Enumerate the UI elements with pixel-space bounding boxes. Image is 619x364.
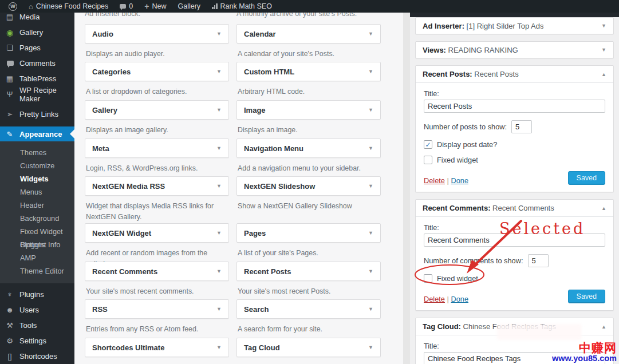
display-post-date-checkbox[interactable]: ✓ [424,140,432,149]
chevron-up-icon[interactable]: ▲ [601,72,606,77]
widget-navigation-menu[interactable]: Navigation Menu▼ [236,139,381,158]
chevron-down-icon[interactable]: ▼ [368,230,373,236]
done-link[interactable]: Done [451,176,468,185]
new-content-menu[interactable]: + New [140,0,170,13]
widget-header-recent-posts[interactable]: Recent Posts: Recent Posts ▲ [416,66,613,83]
recent-posts-title-input[interactable] [424,100,605,113]
widget-header-views[interactable]: Views: READING RANKING ▼ [416,42,613,58]
comments-count: 0 [129,2,133,10]
chevron-down-icon[interactable]: ▼ [601,47,606,53]
sidebar-widget-areas-panel: Ad Inserter: [1] Right Silder Top Ads ▼ … [410,13,619,364]
sidebar-item-settings[interactable]: ⚙ Settings [0,333,74,349]
widget-nextgen-media-rss[interactable]: NextGEN Media RSS▼ [85,176,229,196]
chevron-down-icon[interactable]: ▼ [368,31,373,37]
chevron-down-icon[interactable]: ▼ [368,69,373,74]
widget-meta[interactable]: Meta▼ [85,139,229,158]
chevron-down-icon[interactable]: ▼ [368,145,373,151]
chevron-down-icon[interactable]: ▼ [216,145,222,151]
widget-header-tag-cloud[interactable]: Tag Cloud: Chinese Food Recipes Tags ▲ [416,318,613,335]
submenu-item-customize[interactable]: Customize [0,159,74,172]
submenu-item-theme-editor[interactable]: Theme Editor [0,264,74,278]
number-of-comments-input[interactable] [528,254,549,267]
number-of-posts-input[interactable] [511,120,532,133]
widget-rss[interactable]: RSS▼ [85,299,229,319]
submenu-item-widgets[interactable]: Widgets [0,172,74,185]
chevron-down-icon[interactable]: ▼ [368,268,373,274]
delete-link[interactable]: Delete [424,176,445,185]
rank-math-label: Rank Math SEO [220,2,272,10]
submenu-item-header[interactable]: Header [0,199,74,212]
chevron-down-icon[interactable]: ▼ [216,31,222,37]
widget-pages[interactable]: Pages▼ [236,223,381,243]
chevron-down-icon[interactable]: ▼ [368,306,373,312]
sidebar-item-shortcodes[interactable]: [] Shortcodes [0,349,74,364]
chevron-up-icon[interactable]: ▲ [601,324,606,330]
chevron-down-icon[interactable]: ▼ [368,345,373,350]
gallery-menu[interactable]: Gallery [174,0,204,13]
plus-icon: + [144,2,149,11]
brackets-icon: [] [5,352,14,361]
widget-search[interactable]: Search▼ [236,299,381,319]
fixed-widget-checkbox[interactable] [424,156,432,164]
sidebar-item-media[interactable]: ▤ Media [0,13,74,25]
widget-audio[interactable]: Audio▼ [85,24,229,43]
chevron-down-icon[interactable]: ▼ [216,345,222,350]
title-label: Title: [424,224,605,232]
submenu-item-amp[interactable]: AMP [0,251,74,264]
widget-shortcodes-ultimate[interactable]: Shortcodes Ultimate▼ [85,338,229,357]
widget-nextgen-widget[interactable]: NextGEN Widget▼ [85,223,229,243]
chevron-down-icon[interactable]: ▼ [216,69,222,74]
saved-button[interactable]: Saved [568,290,605,303]
sidebar-item-comments[interactable]: Comments [0,56,74,71]
chevron-down-icon[interactable]: ▼ [216,306,222,312]
widget-nextgen-slideshow[interactable]: NextGEN Slideshow▼ [236,176,381,196]
sidebar-item-pages[interactable]: ❏ Pages [0,40,74,56]
chevron-down-icon[interactable]: ▼ [368,107,373,113]
chevron-down-icon[interactable]: ▼ [368,183,373,189]
sidebar-item-plugins[interactable]: ♆ Plugins [0,287,74,302]
sidebar-item-pretty-links[interactable]: ➢ Pretty Links [0,106,74,122]
site-name-link[interactable]: ⌂ Chinese Food Recipes [25,0,112,13]
widget-categories[interactable]: Categories▼ [85,62,229,81]
widget-tag-cloud[interactable]: Tag Cloud▼ [236,338,381,357]
widget-desc: Your site's most recent Posts. [238,286,380,297]
media-icon: ▤ [5,13,14,21]
widget-desc: A list or dropdown of categories. [86,86,228,97]
widget-gallery[interactable]: Gallery▼ [85,100,229,120]
submenu-item-menus[interactable]: Menus [0,185,74,199]
tag-cloud-title-input[interactable] [424,352,605,364]
chevron-up-icon[interactable]: ▲ [601,205,606,211]
chevron-down-icon[interactable]: ▼ [216,230,222,236]
widget-header-ad-inserter[interactable]: Ad Inserter: [1] Right Silder Top Ads ▼ [416,18,613,34]
submenu-item-fixed-widget-options[interactable]: Fixed Widget Options [0,225,74,238]
delete-link[interactable]: Delete [424,295,445,303]
submenu-item-themes[interactable]: Themes [0,146,74,159]
fixed-widget-checkbox[interactable] [424,274,432,283]
saved-button[interactable]: Saved [568,171,605,185]
chevron-down-icon[interactable]: ▼ [216,107,222,113]
widget-recent-posts[interactable]: Recent Posts▼ [236,262,381,281]
submenu-item-bloggist-info[interactable]: Bloggist Info [0,238,74,251]
chevron-down-icon[interactable]: ▼ [216,183,222,189]
comment-bubble-icon [120,4,126,9]
sidebar-item-tablepress[interactable]: ▦ TablePress [0,71,74,86]
widget-image[interactable]: Image▼ [236,100,381,120]
sidebar-item-tools[interactable]: ⚒ Tools [0,318,74,333]
sidebar-item-gallery[interactable]: ◉ Gallery [0,25,74,40]
done-link[interactable]: Done [451,295,468,303]
chevron-down-icon[interactable]: ▼ [216,268,222,274]
widget-area-views: Views: READING RANKING ▼ [415,41,614,58]
widget-header-recent-comments[interactable]: Recent Comments: Recent Comments ▲ [416,200,613,217]
wp-logo-menu[interactable]: W [5,0,21,13]
sidebar-item-appearance[interactable]: ✎ Appearance [0,126,74,141]
comments-shortcut[interactable]: 0 [116,0,137,13]
widget-calendar[interactable]: Calendar▼ [236,24,381,43]
chevron-down-icon[interactable]: ▼ [601,23,606,29]
widget-custom-html[interactable]: Custom HTML▼ [236,62,381,81]
recent-comments-title-input[interactable] [424,234,605,247]
widget-recent-comments[interactable]: Recent Comments▼ [85,262,229,281]
submenu-item-background[interactable]: Background [0,212,74,225]
rank-math-menu[interactable]: Rank Math SEO [208,0,276,13]
sidebar-item-users[interactable]: ☻ Users [0,302,74,318]
sidebar-item-wp-recipe-maker[interactable]: Ψ WP Recipe Maker [0,86,74,102]
